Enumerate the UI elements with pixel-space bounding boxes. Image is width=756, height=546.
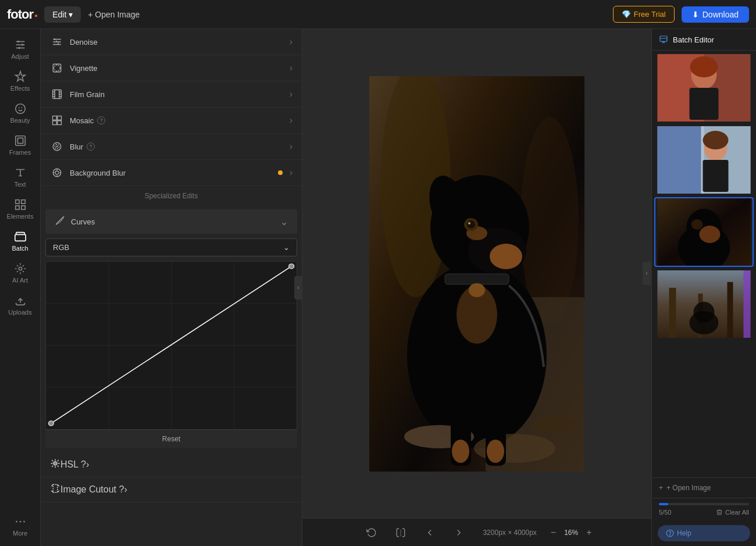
sidebar-item-ai-art[interactable]: AI Art (2, 258, 38, 288)
batch-image-1[interactable] (654, 53, 754, 123)
trash-icon (716, 509, 723, 516)
svg-point-19 (23, 521, 25, 523)
help-icon: ? (119, 484, 124, 494)
sidebar-item-effects[interactable]: Effects (2, 66, 38, 97)
mosaic-item[interactable]: Mosaic ? › (41, 108, 302, 134)
svg-rect-23 (53, 116, 57, 120)
sidebar-item-label: Effects (10, 85, 30, 92)
sidebar-item-adjust[interactable]: Adjust (2, 34, 38, 65)
curves-icon (55, 215, 65, 228)
svg-point-71 (690, 56, 718, 77)
svg-point-39 (48, 421, 54, 426)
help-circle-icon (666, 529, 674, 537)
mosaic-icon (50, 113, 64, 127)
curves-svg (46, 262, 297, 429)
vignette-item[interactable]: Vignette › (41, 55, 302, 81)
download-button[interactable]: ⬇ Download (682, 6, 749, 23)
canvas-image (369, 76, 584, 472)
svg-point-90 (666, 530, 673, 537)
open-image-button[interactable]: + Open Image (88, 10, 140, 19)
svg-rect-70 (690, 88, 719, 120)
dimension-info: 3200px × 4000px (483, 529, 536, 537)
next-button[interactable] (449, 525, 469, 540)
sidebar-item-elements[interactable]: Elements (2, 194, 38, 224)
sliders-icon (14, 38, 27, 51)
open-image-small[interactable]: + + Open Image (652, 477, 756, 498)
background-blur-item[interactable]: Background Blur › (41, 160, 302, 186)
svg-point-59 (532, 416, 579, 434)
svg-rect-76 (703, 160, 729, 192)
select-chevron-icon: ⌄ (283, 243, 290, 252)
sidebar-item-text[interactable]: Text (2, 162, 38, 192)
flip-button[interactable] (391, 525, 411, 540)
batch-thumb-2 (655, 126, 753, 195)
chevron-right-icon: › (290, 115, 293, 126)
zoom-out-button[interactable]: − (551, 527, 556, 538)
zoom-level: 16% (561, 529, 582, 537)
svg-point-52 (467, 220, 475, 229)
batch-image-3[interactable] (654, 197, 754, 267)
curves-reset-button[interactable]: Reset (45, 430, 297, 448)
main-layout: Adjust Effects Beauty Frames Text Elemen… (0, 29, 756, 546)
film-grain-item[interactable]: Film Grain › (41, 81, 302, 108)
svg-point-53 (468, 222, 470, 224)
batch-footer: 5/50 Clear All (652, 498, 756, 520)
help-icon: ? (81, 459, 86, 469)
chevron-right-icon: › (290, 141, 293, 152)
free-trial-button[interactable]: 💎 Free Trial (613, 6, 675, 23)
chevron-right-icon: › (290, 63, 293, 73)
zoom-controls: − 16% + (551, 527, 592, 538)
svg-rect-15 (15, 234, 25, 241)
svg-point-49 (490, 244, 522, 269)
svg-rect-24 (58, 116, 62, 120)
sidebar-item-more[interactable]: More (2, 511, 38, 541)
sidebar-item-uploads[interactable]: Uploads (2, 290, 38, 320)
help-button[interactable]: Help (658, 525, 750, 541)
svg-rect-55 (445, 274, 509, 284)
sidebar-item-label: Adjust (11, 53, 29, 60)
hsl-item[interactable]: HSL ? › (41, 452, 302, 477)
bottom-toolbar: 3200px × 4000px − 16% + (302, 518, 651, 546)
batch-image-4[interactable] (654, 269, 754, 339)
batch-image-2[interactable] (654, 125, 754, 195)
svg-point-60 (457, 286, 497, 344)
prev-button[interactable] (420, 525, 440, 540)
svg-point-16 (19, 267, 22, 270)
collapse-panel-handle[interactable]: ‹ (294, 276, 302, 299)
section-title: Specialized Edits (41, 186, 302, 206)
curves-graph[interactable] (45, 261, 297, 430)
plus-icon: + (659, 484, 663, 492)
edit-button[interactable]: Edit ▾ (44, 6, 81, 23)
background-blur-icon (50, 166, 64, 180)
batch-editor-title: Batch Editor (673, 35, 714, 44)
svg-rect-85 (728, 282, 733, 339)
logo: fotor● (7, 7, 37, 22)
curves-chevron-icon: ⌄ (280, 216, 288, 227)
right-panel: Batch Editor (651, 29, 756, 546)
sidebar-item-label: Beauty (10, 117, 30, 124)
image-cutout-item[interactable]: Image Cutout ? › (41, 477, 302, 502)
denoise-item[interactable]: Denoise › (41, 29, 302, 55)
more-icon (14, 515, 27, 528)
curves-header[interactable]: Curves ⌄ (45, 209, 297, 234)
blur-item[interactable]: Blur ? › (41, 134, 302, 160)
batch-thumb-3 (655, 198, 753, 267)
sidebar-item-beauty[interactable]: Beauty (2, 98, 38, 129)
clear-all-button[interactable]: Clear All (716, 509, 749, 516)
rgb-channel-select[interactable]: RGB ⌄ (45, 238, 297, 256)
svg-point-21 (54, 65, 60, 72)
batch-progress-bar (659, 503, 749, 505)
zoom-in-button[interactable]: + (586, 527, 591, 538)
text-icon (14, 166, 27, 179)
svg-point-3 (17, 41, 19, 43)
right-expand-handle[interactable]: › (643, 262, 651, 285)
sidebar-item-frames[interactable]: Frames (2, 130, 38, 160)
svg-rect-84 (669, 288, 676, 339)
batch-thumb-1 (655, 54, 753, 123)
svg-point-82 (691, 219, 703, 230)
svg-rect-26 (58, 121, 62, 125)
svg-point-29 (56, 146, 58, 147)
batch-editor-header: Batch Editor (652, 29, 756, 51)
sidebar-item-batch[interactable]: Batch (2, 226, 38, 256)
rotate-button[interactable] (362, 525, 381, 540)
